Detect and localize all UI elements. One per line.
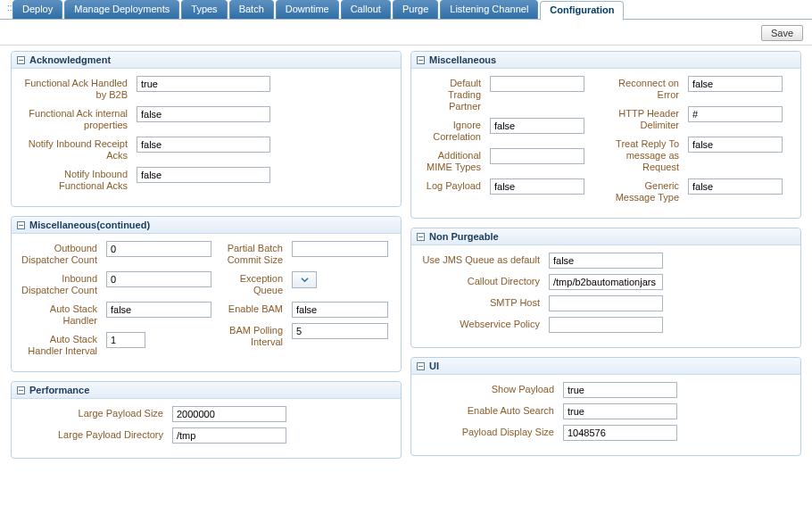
tab-purge[interactable]: Purge	[393, 0, 438, 19]
input-func-ack-internal[interactable]	[137, 106, 270, 122]
label-use-jms: Use JMS Queue as default	[420, 253, 549, 266]
input-reconnect-on-error[interactable]	[688, 76, 783, 92]
collapse-icon[interactable]	[417, 362, 425, 370]
label-additional-mime: Additional MIME Types	[420, 148, 490, 173]
label-default-trading-partner: Default Trading Partner	[420, 76, 490, 112]
label-treat-reply: Treat Reply To message as Request	[608, 137, 688, 173]
content-area: Acknowledgment Functional Ack Handled by…	[0, 46, 812, 477]
panel-header-acknowledgment[interactable]: Acknowledgment	[12, 52, 401, 69]
input-notify-inbound-functional[interactable]	[137, 167, 270, 183]
input-func-ack-b2b[interactable]	[137, 76, 270, 92]
collapse-icon[interactable]	[417, 233, 425, 241]
tab-manage-deployments[interactable]: Manage Deployments	[64, 0, 179, 19]
input-callout-dir[interactable]	[549, 274, 663, 290]
panel-title: Non Purgeable	[429, 231, 499, 242]
input-large-payload-dir[interactable]	[172, 427, 286, 444]
input-partial-batch[interactable]	[292, 241, 388, 257]
label-auto-stack-handler: Auto Stack Handler	[21, 302, 106, 327]
panel-miscellaneous: Miscellaneous Default Trading Partner Ig…	[410, 51, 801, 219]
label-inbound-dispatcher: Inbound Dispatcher Count	[21, 271, 106, 296]
label-notify-inbound-functional: Notify Inbound Functional Acks	[21, 167, 137, 192]
panel-performance: Performance Large Payload Size Large Pay…	[11, 381, 402, 459]
label-callout-dir: Callout Directory	[420, 274, 549, 287]
input-enable-auto-search[interactable]	[563, 403, 677, 419]
input-smtp-host[interactable]	[549, 295, 663, 311]
label-ignore-correlation: Ignore Correlation	[420, 118, 490, 143]
panel-misc-continued: Miscellaneous(continued) Outbound Dispat…	[11, 216, 402, 372]
select-exception-queue[interactable]	[292, 271, 317, 288]
input-notify-inbound-receipt[interactable]	[137, 137, 270, 153]
tab-configuration[interactable]: Configuration	[540, 1, 624, 21]
panel-title: Miscellaneous	[429, 54, 496, 65]
label-auto-stack-interval: Auto Stack Handler Interval	[21, 332, 106, 357]
label-large-payload-size: Large Payload Size	[21, 406, 172, 419]
tab-callout[interactable]: Callout	[341, 0, 391, 19]
label-partial-batch: Partial Batch Commit Size	[215, 241, 292, 266]
input-show-payload[interactable]	[563, 382, 677, 398]
tab-types[interactable]: Types	[181, 0, 227, 19]
label-exception-queue: Exception Queue	[215, 271, 292, 296]
collapse-icon[interactable]	[17, 386, 25, 394]
input-auto-stack-handler[interactable]	[106, 302, 211, 318]
label-large-payload-dir: Large Payload Directory	[21, 427, 172, 441]
input-auto-stack-interval[interactable]	[106, 332, 145, 348]
panel-ui: UI Show Payload Enable Auto Search Paylo…	[410, 357, 801, 456]
label-http-header-delimiter: HTTP Header Delimiter	[608, 106, 688, 131]
tab-listening-channel[interactable]: Listening Channel	[440, 0, 538, 19]
label-enable-auto-search: Enable Auto Search	[420, 403, 563, 417]
label-outbound-dispatcher: Outbound Dispatcher Count	[21, 241, 106, 266]
label-func-ack-b2b: Functional Ack Handled by B2B	[21, 76, 137, 101]
collapse-icon[interactable]	[17, 221, 25, 229]
label-bam-polling: BAM Polling Interval	[215, 323, 292, 348]
input-bam-polling[interactable]	[292, 323, 388, 339]
label-payload-display-size: Payload Display Size	[420, 425, 563, 438]
input-ignore-correlation[interactable]	[490, 118, 584, 134]
input-outbound-dispatcher[interactable]	[106, 241, 211, 257]
label-log-payload: Log Payload	[420, 178, 490, 192]
chevron-down-icon	[301, 276, 309, 284]
input-use-jms[interactable]	[549, 253, 663, 269]
input-inbound-dispatcher[interactable]	[106, 271, 211, 287]
input-log-payload[interactable]	[490, 178, 584, 195]
panel-title: Performance	[29, 385, 89, 395]
panel-title: UI	[429, 361, 439, 371]
input-treat-reply[interactable]	[688, 137, 783, 153]
tab-batch[interactable]: Batch	[229, 0, 274, 19]
panel-header-non-purgeable[interactable]: Non Purgeable	[411, 228, 800, 245]
panel-header-ui[interactable]: UI	[411, 358, 800, 375]
panel-title: Miscellaneous(continued)	[29, 220, 150, 230]
tab-bar: :: Deploy Manage Deployments Types Batch…	[0, 0, 812, 20]
input-payload-display-size[interactable]	[563, 425, 677, 441]
content-toolbar: Save	[0, 20, 812, 46]
input-enable-bam[interactable]	[292, 302, 388, 318]
input-default-trading-partner[interactable]	[490, 76, 584, 92]
input-http-header-delimiter[interactable]	[688, 106, 783, 122]
label-show-payload: Show Payload	[420, 382, 563, 395]
save-button[interactable]: Save	[761, 25, 803, 41]
input-large-payload-size[interactable]	[172, 406, 286, 422]
panel-acknowledgment: Acknowledgment Functional Ack Handled by…	[11, 51, 402, 207]
label-generic-message-type: Generic Message Type	[608, 178, 688, 203]
panel-header-miscellaneous[interactable]: Miscellaneous	[411, 52, 800, 69]
label-webservice-policy: Webservice Policy	[420, 317, 549, 330]
panel-header-misc-continued[interactable]: Miscellaneous(continued)	[12, 217, 401, 234]
panel-title: Acknowledgment	[29, 54, 111, 65]
label-notify-inbound-receipt: Notify Inbound Receipt Acks	[21, 137, 137, 162]
label-reconnect-on-error: Reconnect on Error	[608, 76, 688, 101]
label-func-ack-internal: Functional Ack internal properties	[21, 106, 137, 131]
label-smtp-host: SMTP Host	[420, 295, 549, 309]
collapse-icon[interactable]	[417, 56, 425, 64]
panel-non-purgeable: Non Purgeable Use JMS Queue as default C…	[410, 228, 801, 348]
collapse-icon[interactable]	[17, 56, 25, 64]
input-generic-message-type[interactable]	[688, 178, 783, 195]
tab-deploy[interactable]: Deploy	[12, 0, 62, 19]
label-enable-bam: Enable BAM	[215, 302, 292, 315]
panel-header-performance[interactable]: Performance	[12, 382, 401, 399]
input-webservice-policy[interactable]	[549, 317, 663, 333]
input-additional-mime[interactable]	[490, 148, 584, 164]
tab-downtime[interactable]: Downtime	[276, 0, 339, 19]
